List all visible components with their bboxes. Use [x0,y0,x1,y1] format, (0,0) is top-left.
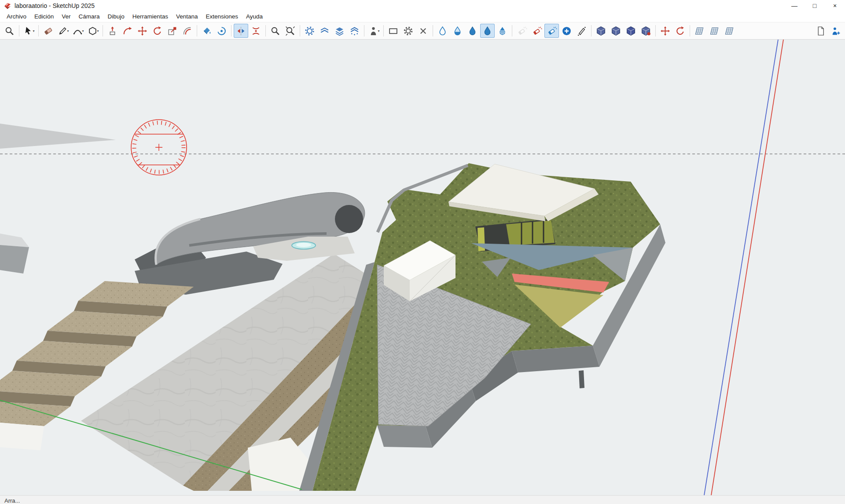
viewport [0,40,845,495]
menu-extensiones[interactable]: Extensiones [202,11,242,22]
distant-plane [0,124,116,149]
status-hint-text: Arra... [4,497,20,504]
shape-tool-icon[interactable]: ▾ [86,24,100,38]
dropdown-caret-icon[interactable]: ▾ [67,29,69,33]
menu-ventana[interactable]: Ventana [172,11,202,22]
freehand-dots-icon[interactable] [574,24,589,38]
delete-guides-icon[interactable] [416,24,430,38]
signin-person-icon[interactable] [828,24,843,38]
toolbar-separator [265,25,266,37]
window-title: laboraatorio - SketchUp 2025 [15,2,95,9]
wall-hole [335,205,363,233]
menu-ver[interactable]: Ver [58,11,74,22]
section-cut-icon[interactable] [317,24,332,38]
toolbar-separator [38,25,39,37]
component-box-icon-4[interactable] [639,24,653,38]
section-display-icon[interactable] [347,24,362,38]
walk-tool-icon[interactable]: ▾ [367,24,381,38]
pillar [579,370,584,388]
toolbar-separator [19,25,19,37]
toolbar-separator [383,25,384,37]
component-box-icon-1[interactable] [594,24,608,38]
settings-gear-icon[interactable] [401,24,415,38]
rectangle-tool-icon[interactable] [386,24,400,38]
zoom-tool-icon[interactable] [268,24,283,38]
toolbar-separator [364,25,364,37]
toolbar-separator [231,25,231,37]
statusbar: Arra... [0,495,845,504]
toolbar-separator [300,25,300,37]
menu-herramientas[interactable]: Herramientas [129,11,172,22]
move-tool-icon[interactable] [135,24,150,38]
menu-archivo[interactable]: Archivo [3,11,30,22]
component-box-icon-2[interactable] [609,24,623,38]
zoom-extents-icon[interactable] [283,24,298,38]
weld-tool-icon[interactable] [249,24,263,38]
zoom-window-icon[interactable] [2,24,17,38]
face-style-xray-icon[interactable] [435,24,450,38]
close-button[interactable]: × [825,0,845,11]
eraser-tool-icon[interactable] [41,24,55,38]
push-pull-tool-icon[interactable] [105,24,120,38]
style-swirl-icon[interactable] [214,24,229,38]
dropdown-caret-icon[interactable]: ▾ [97,29,99,33]
toolbar-separator [433,25,433,37]
toolbar-separator [103,25,103,37]
dropdown-caret-icon[interactable]: ▾ [33,29,34,33]
follow-me-tool-icon[interactable] [120,24,135,38]
toolbar-separator [197,25,197,37]
offset-tool-icon[interactable] [180,24,195,38]
dropdown-caret-icon[interactable]: ▾ [82,29,84,33]
titlebar: laboraatorio - SketchUp 2025 — □ × [0,0,845,11]
arc-tool-icon[interactable]: ▾ [71,24,85,38]
menu-edicion[interactable]: Edición [30,11,58,22]
face-style-shaded-icon[interactable] [480,24,495,38]
face-style-monochrome-icon[interactable] [495,24,510,38]
toolbar-separator [512,25,512,37]
curved-wall[interactable] [156,192,365,265]
new-document-icon[interactable] [813,24,828,38]
rotate-tool-icon[interactable] [150,24,165,38]
sketchup-logo-icon [4,2,11,10]
toolbar-separator [655,25,656,37]
face-style-hidden-line-icon[interactable] [465,24,480,38]
flip-tool-icon[interactable] [234,24,248,38]
toolbar-separator [690,25,690,37]
rotate-texture-icon[interactable] [673,24,687,38]
side-box[interactable] [0,234,29,274]
face-style-wireframe-icon[interactable] [450,24,465,38]
rotate-protractor-cursor [131,120,187,175]
red-axis-line [711,40,783,495]
dropdown-caret-icon[interactable]: ▾ [378,29,379,33]
hatch-panel-icon-1[interactable] [692,24,707,38]
maximize-button[interactable]: □ [805,0,825,11]
component-box-icon-3[interactable] [624,24,638,38]
toolbar: ▾▾▾▾▾ [0,22,845,40]
add-location-icon[interactable] [559,24,574,38]
menu-dibujo[interactable]: Dibujo [104,11,129,22]
select-tool-icon[interactable]: ▾ [22,24,36,38]
viewport-3d[interactable] [0,40,845,495]
blue-axis-line [704,40,778,495]
move-texture-icon[interactable] [658,24,672,38]
menu-ayuda[interactable]: Ayuda [242,11,267,22]
section-plane-icon[interactable] [302,24,317,38]
hatch-panel-icon-3[interactable] [722,24,737,38]
scale-tool-icon[interactable] [165,24,180,38]
smooth-edges-icon[interactable] [529,24,544,38]
line-tool-icon[interactable]: ▾ [56,24,70,38]
minimize-button[interactable]: — [784,0,805,11]
soften-edges-icon[interactable] [514,24,529,38]
window-controls: — □ × [784,0,845,11]
paint-bucket-icon[interactable] [199,24,214,38]
hatch-panel-icon-2[interactable] [707,24,722,38]
sketchup-window: laboraatorio - SketchUp 2025 — □ × Archi… [0,0,845,504]
toolbar-separator [591,25,592,37]
section-fill-icon[interactable] [332,24,347,38]
menu-camara[interactable]: Cámara [75,11,104,22]
menubar: ArchivoEdiciónVerCámaraDibujoHerramienta… [0,11,845,22]
unsmooth-edges-icon[interactable] [544,24,559,38]
